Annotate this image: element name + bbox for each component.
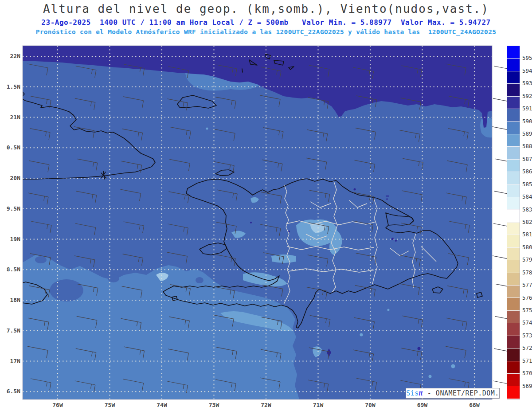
colorbar-tick-label: 5820 <box>522 219 532 225</box>
colorbar-cell <box>507 260 520 273</box>
colorbar-cell <box>507 323 520 336</box>
colorbar-tick-label: 5830 <box>522 206 532 213</box>
colorbar-tick-label: 5800 <box>522 244 532 251</box>
colorbar-cell <box>507 109 520 121</box>
colorbar-cell <box>507 97 520 109</box>
lon-tick-label: 71W <box>305 402 332 408</box>
lat-tick-label: 22N <box>2 53 20 59</box>
pi-icon: π <box>419 389 423 397</box>
lat-tick-label: 9.5N <box>2 205 20 212</box>
colorbar-tick-label: 5770 <box>522 282 532 288</box>
colorbar-tick-label: 5760 <box>522 294 532 301</box>
colorbar-cell <box>507 172 520 184</box>
watermark-brand: Sis <box>406 389 419 397</box>
colorbar-tick-label: 5910 <box>522 105 532 112</box>
colorbar-tick-label: 5700 <box>522 370 532 376</box>
colorbar-cell <box>507 84 520 96</box>
colorbar-tick-label: 5780 <box>522 269 532 276</box>
colorbar-tick-label: 5890 <box>522 130 532 137</box>
colorbar-tick-label: 5750 <box>522 307 532 313</box>
weather-map-page: Altura del nivel de geop. (km,somb.), Vi… <box>0 0 532 411</box>
colorbar-cell <box>507 311 520 323</box>
colorbar-cell <box>507 223 520 235</box>
lat-tick-label: 19N <box>2 236 20 243</box>
colorbar-tick-label: 5920 <box>522 93 532 99</box>
lat-tick-label: 20N <box>2 175 20 181</box>
colorbar-tick-label: 5790 <box>522 256 532 263</box>
colorbar-cell <box>507 235 520 247</box>
colorbar-cell <box>507 286 520 298</box>
lon-tick-label: 70W <box>357 402 383 408</box>
colorbar-tick-label: 5720 <box>522 344 532 351</box>
map-canvas <box>0 0 532 411</box>
watermark-box: Sisπ - ONAMET/REP.DOM. <box>406 388 500 399</box>
colorbar-tick-label: 5850 <box>522 181 532 188</box>
colorbar-cell <box>507 361 520 374</box>
field-hole <box>50 279 83 301</box>
lon-tick-label: 76W <box>44 402 71 408</box>
colorbar-cell <box>507 185 520 197</box>
colorbar-cell <box>507 248 520 260</box>
colorbar-cell <box>507 71 520 84</box>
colorbar-tick-label: 5870 <box>522 156 532 162</box>
colorbar-tick-label: 5730 <box>522 332 532 339</box>
colorbar-tick-label: 5740 <box>522 319 532 326</box>
colorbar-cell <box>507 46 520 59</box>
colorbar-cell <box>507 134 520 147</box>
colorbar-tick-label: 5840 <box>522 193 532 200</box>
colorbar-tick-label: 5810 <box>522 231 532 238</box>
field-hole <box>196 277 203 283</box>
colorbar-cell <box>507 386 520 399</box>
colorbar-cell <box>507 348 520 361</box>
lon-tick-label: 69W <box>409 402 436 408</box>
colorbar-cell <box>507 336 520 348</box>
colorbar-cell <box>507 273 520 286</box>
colorbar-cell <box>507 122 520 134</box>
colorbar-cell <box>507 147 520 159</box>
colorbar <box>507 46 520 399</box>
colorbar-tick-label: 5880 <box>522 143 532 149</box>
lat-tick-label: 17N <box>2 358 20 364</box>
colorbar-cell <box>507 160 520 172</box>
lon-tick-label: 75W <box>97 402 123 408</box>
colorbar-tick-label: 5940 <box>522 67 532 74</box>
watermark-org: - ONAMET/REP.DOM. <box>423 389 499 397</box>
colorbar-cell <box>507 59 520 71</box>
colorbar-tick-label: 5930 <box>522 80 532 86</box>
colorbar-cell <box>507 298 520 310</box>
lat-tick-label: 1.5N <box>2 83 20 90</box>
colorbar-cell <box>507 197 520 210</box>
colorbar-tick-label: 5690 <box>522 383 532 389</box>
lat-tick-label: 8.5N <box>2 266 20 273</box>
lat-tick-label: 21N <box>2 114 20 121</box>
lat-tick-label: 0.5N <box>2 144 20 151</box>
lat-tick-label: 7.5N <box>2 327 20 334</box>
lon-tick-label: 68W <box>461 402 488 408</box>
lat-tick-label: 6.5N <box>2 388 20 395</box>
colorbar-tick-label: 5900 <box>522 118 532 125</box>
colorbar-tick-label: 5950 <box>522 55 532 61</box>
lon-tick-label: 74W <box>149 402 175 408</box>
field-hole <box>35 256 47 263</box>
colorbar-tick-label: 5710 <box>522 357 532 364</box>
lat-tick-label: 18N <box>2 297 20 303</box>
colorbar-cell <box>507 210 520 222</box>
lon-tick-label: 73W <box>201 402 227 408</box>
colorbar-tick-label: 5860 <box>522 168 532 175</box>
lon-tick-label: 72W <box>253 402 279 408</box>
colorbar-cell <box>507 374 520 386</box>
